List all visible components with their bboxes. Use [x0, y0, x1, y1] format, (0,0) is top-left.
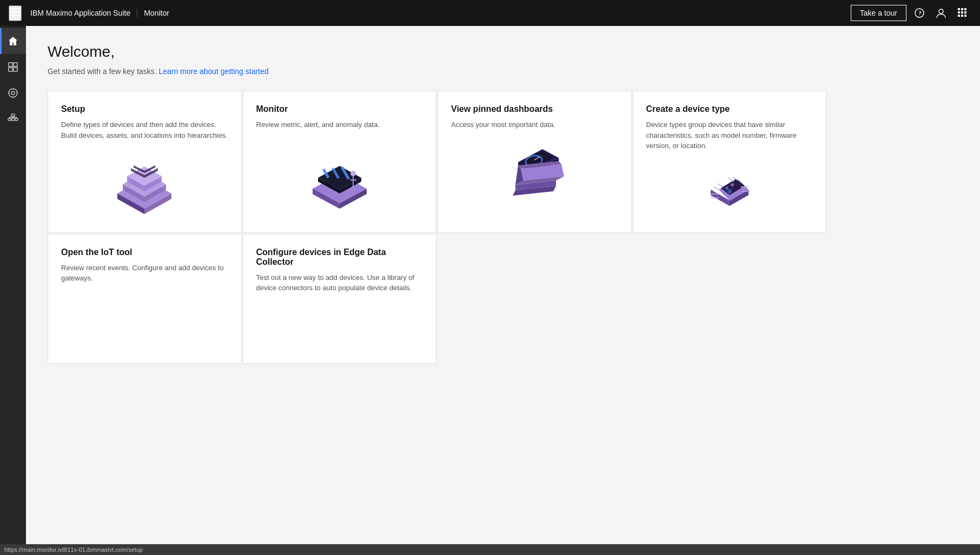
user-icon-button[interactable]	[932, 4, 950, 22]
top-nav: IBM Maximo Application Suite Monitor Tak…	[0, 0, 980, 26]
page-title: Welcome,	[48, 43, 958, 61]
svg-rect-17	[14, 68, 17, 71]
svg-rect-6	[961, 8, 963, 10]
card-setup-illustration	[61, 149, 228, 219]
svg-point-79	[725, 186, 729, 190]
status-url: https://main.monitor.ivt811x-01.ibmmasiv…	[4, 546, 143, 553]
help-icon-button[interactable]	[911, 4, 928, 22]
svg-rect-16	[9, 68, 12, 71]
svg-rect-5	[958, 8, 960, 10]
card-setup[interactable]: Setup Define types of devices and then a…	[48, 91, 242, 233]
subtitle-text: Get started with a few key tasks.	[48, 67, 157, 76]
app-name: Monitor	[144, 9, 169, 17]
svg-rect-0	[10, 8, 21, 9]
nav-divider	[137, 9, 137, 17]
card-edge-title: Configure devices in Edge Data Collector	[256, 248, 423, 267]
status-bar: https://main.monitor.ivt811x-01.ibmmasiv…	[0, 544, 980, 555]
svg-rect-13	[964, 15, 966, 17]
svg-point-50	[350, 171, 356, 176]
sidebar-item-target[interactable]	[0, 80, 26, 106]
sidebar-item-grid[interactable]	[0, 54, 26, 80]
svg-rect-8	[958, 11, 960, 14]
card-dashboards[interactable]: View pinned dashboards Access your most …	[438, 91, 632, 233]
svg-line-73	[729, 178, 734, 182]
sidebar-item-hierarchy[interactable]	[0, 106, 26, 132]
svg-point-81	[727, 189, 732, 193]
card-edge-desc: Test out a new way to add devices. Use a…	[256, 272, 423, 293]
card-monitor-desc: Review metric, alert, and anomaly data.	[256, 119, 423, 130]
main-content: Welcome, Get started with a few key task…	[26, 26, 980, 555]
svg-line-71	[713, 186, 719, 190]
card-dashboards-desc: Access your most important data.	[451, 119, 618, 130]
card-dashboards-title: View pinned dashboards	[451, 104, 618, 114]
svg-rect-26	[11, 118, 15, 121]
card-dashboards-illustration	[451, 139, 618, 219]
card-iot-title: Open the IoT tool	[61, 248, 228, 257]
svg-rect-11	[958, 15, 960, 17]
svg-line-72	[718, 184, 723, 187]
card-device-type-title: Create a device type	[646, 104, 813, 114]
card-device-type[interactable]: Create a device type Device types group …	[633, 91, 827, 233]
svg-rect-2	[10, 15, 21, 16]
card-monitor-illustration	[256, 139, 423, 219]
learn-more-link[interactable]: Learn more about getting started	[158, 67, 268, 76]
svg-point-4	[939, 9, 943, 14]
svg-rect-14	[9, 63, 12, 66]
svg-point-18	[9, 89, 17, 97]
card-device-type-desc: Device types group devices that have sim…	[646, 119, 813, 151]
card-setup-desc: Define types of devices and then add the…	[61, 119, 228, 141]
svg-rect-9	[961, 11, 963, 14]
svg-rect-1	[10, 11, 21, 12]
card-iot-desc: Review recent events. Configure and add …	[61, 263, 228, 284]
svg-rect-25	[8, 118, 11, 121]
hamburger-menu-button[interactable]	[9, 5, 22, 21]
svg-point-19	[11, 91, 15, 95]
sidebar-item-home[interactable]	[0, 28, 26, 54]
svg-rect-12	[961, 15, 963, 17]
take-tour-button[interactable]: Take a tour	[851, 5, 906, 21]
sidebar	[0, 26, 26, 555]
card-monitor[interactable]: Monitor Review metric, alert, and anomal…	[243, 91, 437, 233]
card-monitor-title: Monitor	[256, 104, 423, 114]
cards-grid: Setup Define types of devices and then a…	[48, 91, 826, 364]
svg-point-3	[915, 9, 924, 17]
card-iot-tool[interactable]: Open the IoT tool Review recent events. …	[48, 234, 242, 364]
svg-rect-7	[964, 8, 966, 10]
nav-icons	[911, 4, 971, 22]
apps-icon-button[interactable]	[954, 4, 971, 22]
svg-point-80	[731, 183, 734, 186]
brand-name: IBM Maximo Application Suite	[30, 9, 130, 17]
svg-rect-15	[14, 63, 17, 66]
card-device-type-illustration	[646, 160, 813, 219]
card-edge[interactable]: Configure devices in Edge Data Collector…	[243, 234, 437, 364]
svg-rect-10	[964, 11, 966, 14]
subtitle: Get started with a few key tasks. Learn …	[48, 67, 958, 76]
svg-rect-27	[15, 118, 18, 121]
svg-rect-24	[11, 114, 15, 116]
card-setup-title: Setup	[61, 104, 228, 114]
